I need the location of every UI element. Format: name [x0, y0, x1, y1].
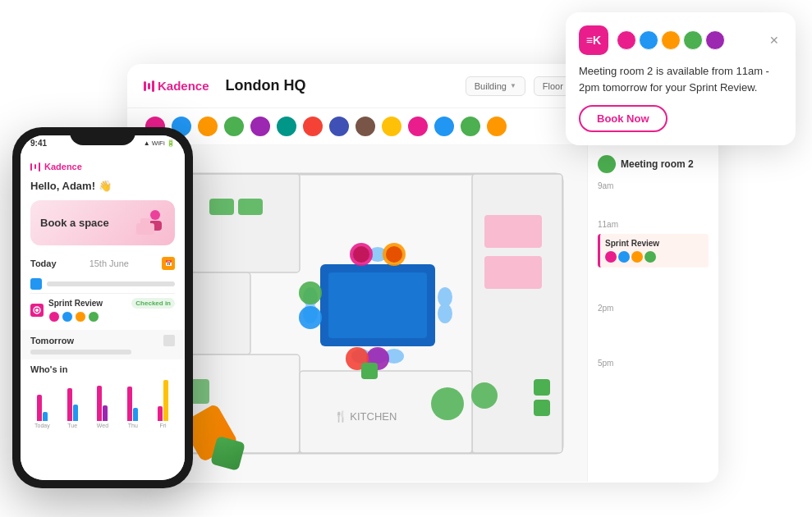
sprint-review-event[interactable]: Sprint Review Checked in [30, 294, 175, 327]
sprint-title: Sprint Review [48, 299, 103, 308]
chart-day-wed: Wed [91, 386, 115, 428]
whos-in-label: Who's in [30, 364, 175, 374]
status-time: 9:41 [30, 139, 47, 148]
chart-day-label: Tue [67, 423, 77, 428]
location-title: London HQ [226, 77, 306, 94]
sprint-avatars [48, 311, 175, 323]
chart-day-today: Today [30, 395, 54, 428]
tomorrow-header: Tomorrow [30, 335, 175, 346]
svg-point-36 [386, 246, 402, 263]
whos-in-section: Who's in Today [21, 359, 185, 433]
greeting-text: Hello, Adam! 👋 [21, 176, 185, 195]
phone-shell: 9:41 ▲ WiFi 🔋 Kadence Hello, Adam! 👋 [12, 127, 193, 488]
popup-header: ≡K ✕ [579, 25, 782, 55]
svg-text:🍴 KITCHEN: 🍴 KITCHEN [334, 409, 397, 423]
event-bar [47, 281, 175, 286]
chart-bar [127, 387, 132, 421]
calendar-icon: 📅 [162, 257, 175, 270]
tomorrow-section: Tomorrow [21, 330, 185, 359]
booking-avatar [618, 251, 630, 263]
location-info: London HQ [226, 77, 306, 94]
chart-day-fri: Fri [151, 380, 175, 428]
sprint-event-icon [30, 304, 44, 317]
book-space-card[interactable]: Book a space [30, 200, 175, 245]
mobile-phone: 9:41 ▲ WiFi 🔋 Kadence Hello, Adam! 👋 [12, 127, 193, 488]
phone-screen: 9:41 ▲ WiFi 🔋 Kadence Hello, Adam! 👋 [21, 135, 185, 480]
chart-bar [158, 406, 163, 421]
logo-bar [34, 164, 36, 169]
chevron-down-icon: ▼ [510, 82, 516, 89]
avatar [354, 115, 377, 138]
booking-avatar [645, 251, 656, 263]
chart-day-label: Today [34, 423, 50, 428]
home-icon [163, 335, 175, 346]
phone-content: Kadence Hello, Adam! 👋 Book a space [21, 135, 185, 480]
time-slot-5pm: 5pm [598, 359, 709, 368]
svg-point-24 [299, 306, 322, 329]
booking-title: Sprint Review [605, 239, 704, 248]
bar-chart: Today Tue [30, 379, 175, 428]
event-row [30, 275, 175, 294]
phone-logo: Kadence [30, 162, 82, 172]
logo-icon [144, 80, 154, 92]
svg-rect-29 [534, 379, 550, 396]
checked-in-badge: Checked in [131, 298, 175, 309]
avatar [275, 115, 298, 138]
chart-bar [133, 408, 138, 421]
today-header: Today 15th June 📅 [30, 257, 175, 270]
avatar [196, 115, 219, 138]
logo-bar-2 [148, 83, 150, 89]
close-button[interactable]: ✕ [766, 32, 782, 48]
time-slot-11am: 11am [598, 220, 709, 229]
avatar [459, 115, 482, 138]
svg-rect-33 [484, 215, 542, 248]
popup-avatar [617, 30, 636, 50]
avatar [433, 115, 456, 138]
book-space-illustration [132, 208, 165, 237]
popup-avatar [705, 30, 725, 50]
booking-avatar [631, 251, 643, 263]
svg-rect-30 [534, 400, 550, 416]
popup-avatars [617, 30, 725, 50]
svg-rect-10 [328, 272, 427, 338]
avatar [328, 115, 351, 138]
chart-day-label: Fri [160, 423, 167, 428]
avatar [485, 115, 508, 138]
phone-header: Kadence [21, 155, 185, 176]
sprint-avatar [62, 311, 73, 323]
notification-message: Meeting room 2 is available from 11am - … [579, 63, 782, 95]
mobile-logo-text: Kadence [44, 162, 82, 172]
time-slot-2pm: 2pm [598, 304, 709, 313]
room-avatar [598, 155, 616, 173]
svg-point-23 [299, 281, 322, 304]
svg-point-28 [471, 382, 498, 409]
chart-bar [163, 380, 168, 421]
sprint-avatar [48, 311, 60, 323]
popup-logo-icon: ≡K [579, 25, 608, 55]
booking-block: Sprint Review [598, 234, 709, 268]
chart-day-label: Thu [128, 423, 138, 428]
svg-rect-39 [136, 223, 154, 235]
avatar [222, 115, 245, 138]
chart-bars [97, 386, 108, 421]
popup-avatar [683, 30, 703, 50]
popup-avatar [661, 30, 681, 50]
phone-status-bar: 9:41 ▲ WiFi 🔋 [30, 139, 175, 148]
building-filter[interactable]: Building ▼ [466, 76, 525, 96]
chart-bars [37, 395, 48, 421]
booking-avatars [605, 251, 704, 263]
chart-bars [67, 388, 78, 421]
room-schedule: Meeting room 2 9am 11am Sprint Review [587, 145, 718, 482]
status-icons: ▲ WiFi 🔋 [144, 140, 175, 147]
book-now-button[interactable]: Book Now [579, 105, 667, 132]
event-icon [30, 278, 42, 290]
svg-point-27 [431, 387, 464, 420]
tomorrow-label: Tomorrow [30, 336, 74, 345]
popup-avatar [639, 30, 658, 50]
svg-point-37 [150, 210, 160, 220]
chart-bar [73, 405, 78, 421]
svg-point-42 [35, 309, 39, 312]
kadence-logo: Kadence [144, 79, 209, 93]
today-section: Today 15th June 📅 [21, 250, 185, 330]
chart-bars [158, 380, 168, 421]
